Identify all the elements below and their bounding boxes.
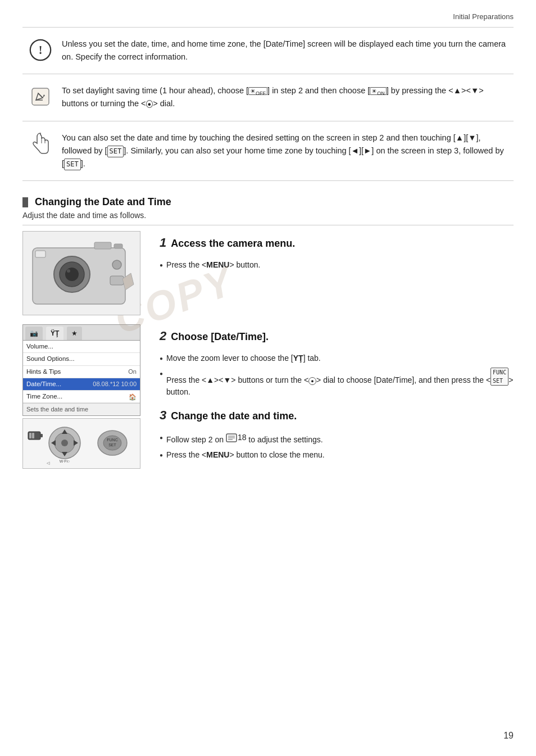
- menu-row-datetime-label: Date/Time...: [26, 379, 61, 389]
- camera-image: [22, 231, 140, 315]
- svg-text:!: !: [39, 44, 43, 56]
- step-1-bullet-1-text: Press the <MENU> button.: [166, 259, 260, 271]
- menu-screen: 📷 ŸŢ ★ Volume... Sound Options... Hints …: [22, 324, 140, 416]
- menu-row-datetime-value: 08.08.*12 10:00: [93, 379, 137, 389]
- section-title-text: Changing the Date and Time: [35, 194, 171, 210]
- svg-rect-19: [29, 433, 31, 438]
- bullet-dot-3a: ●: [160, 433, 163, 442]
- svg-rect-20: [32, 433, 34, 438]
- section-title: Changing the Date and Time: [22, 194, 514, 210]
- caution-icon: !: [28, 38, 53, 62]
- notice-touch-text: You can also set the date and time by to…: [62, 132, 508, 171]
- bullet-dot: ●: [160, 261, 163, 269]
- step-3-bullet-1-text: Follow step 2 on 18 to adjust the settin…: [166, 432, 323, 446]
- notice-note: To set daylight saving time (1 hour ahea…: [22, 74, 514, 121]
- bullet-dot-2a: ●: [160, 354, 163, 363]
- steps-area: 1 Access the camera menu. ● Press the <M…: [22, 231, 514, 469]
- step-2-bullet-1: ● Move the zoom lever to choose the [YŢ]…: [160, 352, 514, 364]
- menu-row-timezone-label: Time Zone...: [26, 392, 62, 401]
- menu-row-sound: Sound Options...: [23, 353, 140, 365]
- svg-rect-15: [110, 276, 124, 285]
- menu-tab-camera: 📷: [25, 327, 43, 340]
- notice-caution-text: Unless you set the date, time, and home …: [62, 38, 508, 64]
- svg-rect-18: [40, 434, 43, 437]
- step-2-number: 2: [160, 327, 166, 345]
- step-1-number: 1: [160, 233, 166, 252]
- svg-point-11: [67, 269, 70, 273]
- menu-rows: Volume... Sound Options... Hints & Tips …: [23, 341, 140, 403]
- notice-touch: You can also set the date and time by to…: [22, 121, 514, 182]
- page-header: Initial Preparations: [22, 11, 514, 28]
- menu-row-hints-value: On: [128, 367, 137, 377]
- svg-text:FUNC: FUNC: [107, 438, 117, 442]
- step-1-image-col: [22, 231, 146, 315]
- step-3-bullet-1: ● Follow step 2 on 18 to adjust the sett…: [160, 432, 514, 446]
- step-1-heading-row: 1 Access the camera menu.: [160, 233, 514, 256]
- svg-point-10: [65, 268, 79, 281]
- step-2-heading-row: 2 Choose [Date/Time].: [160, 327, 514, 349]
- svg-rect-13: [114, 244, 122, 248]
- menu-row-datetime: Date/Time... 08.08.*12 10:00: [23, 378, 140, 391]
- touch-icon: [28, 132, 53, 156]
- menu-tab-yt: ŸŢ: [46, 327, 63, 340]
- menu-row-sound-label: Sound Options...: [26, 354, 75, 364]
- svg-text:W·Fi○: W·Fi○: [60, 459, 70, 463]
- page-number: 19: [503, 729, 514, 743]
- section-subtitle: Adjust the date and time as follows.: [22, 210, 514, 225]
- section-title-bar-icon: [22, 197, 28, 207]
- step-2-image-col: 📷 ŸŢ ★ Volume... Sound Options... Hints …: [22, 324, 146, 469]
- step-2-bullet-1-text: Move the zoom lever to choose the [YŢ] t…: [166, 352, 321, 364]
- menu-row-hints-label: Hints & Tips: [26, 367, 61, 377]
- bullet-dot-2b: ●: [160, 369, 163, 378]
- svg-text:SET: SET: [108, 443, 116, 447]
- step-2-content: 2 Choose [Date/Time]. ● Move the zoom le…: [160, 324, 514, 469]
- bullet-dot-3b: ●: [160, 451, 163, 459]
- svg-point-14: [112, 260, 121, 269]
- step-3-bullet-2-text: Press the <MENU> button to close the men…: [166, 449, 325, 461]
- menu-row-volume: Volume...: [23, 341, 140, 353]
- svg-rect-2: [32, 88, 49, 105]
- step-3-heading-row: 3 Change the date and time.: [160, 406, 514, 428]
- menu-row-timezone-value: 🏠: [129, 392, 137, 402]
- step-1-bullet-1: ● Press the <MENU> button.: [160, 259, 514, 271]
- menu-tab-star: ★: [67, 327, 82, 340]
- step-2-row: 📷 ŸŢ ★ Volume... Sound Options... Hints …: [22, 324, 514, 469]
- pencil-icon: [28, 84, 53, 109]
- menu-tabs: 📷 ŸŢ ★: [23, 325, 140, 341]
- menu-row-timezone: Time Zone... 🏠: [23, 391, 140, 403]
- svg-point-23: [61, 440, 68, 446]
- step-2-heading: Choose [Date/Time].: [171, 329, 269, 345]
- notice-caution: ! Unless you set the date, time, and hom…: [22, 28, 514, 74]
- menu-row-hints: Hints & Tips On: [23, 366, 140, 378]
- step-3-number: 3: [160, 406, 166, 424]
- section-title-block: Changing the Date and Time Adjust the da…: [22, 194, 514, 225]
- svg-rect-12: [94, 242, 111, 249]
- step-3-bullet-2: ● Press the <MENU> button to close the m…: [160, 449, 514, 461]
- step-1-row: 1 Access the camera menu. ● Press the <M…: [22, 231, 514, 315]
- svg-text:◁: ◁: [47, 461, 50, 465]
- camera-controls-image: FUNC SET W·Fi○ ◁: [22, 418, 140, 469]
- step-1-content: 1 Access the camera menu. ● Press the <M…: [160, 231, 514, 315]
- step-2-bullet-2: ● Press the <▲><▼> buttons or turn the <…: [160, 368, 514, 398]
- menu-footer: Sets the date and time: [23, 403, 140, 415]
- notice-note-text: To set daylight saving time (1 hour ahea…: [62, 84, 508, 111]
- menu-row-volume-label: Volume...: [26, 342, 53, 351]
- svg-rect-16: [35, 251, 46, 257]
- header-title: Initial Preparations: [453, 12, 514, 21]
- step-1-heading: Access the camera menu.: [171, 236, 295, 251]
- step-2-bullet-2-text: Press the <▲><▼> buttons or turn the <●>…: [166, 368, 514, 398]
- step-3-heading: Change the date and time.: [171, 409, 297, 424]
